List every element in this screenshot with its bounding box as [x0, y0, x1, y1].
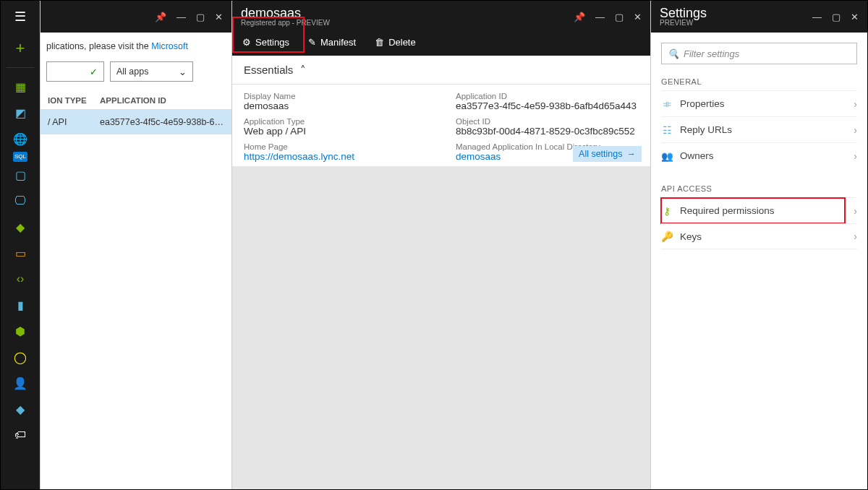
all-settings-button[interactable]: All settings →: [573, 146, 642, 162]
rail-item-code[interactable]: ‹›: [1, 266, 40, 292]
minimize-icon[interactable]: —: [595, 12, 605, 22]
sliders-icon: ⟚: [661, 98, 673, 110]
panel3-header: Settings PREVIEW — ▢ ✕: [651, 1, 867, 33]
rail-item-card[interactable]: ▭: [1, 240, 40, 266]
maximize-icon[interactable]: ▢: [615, 12, 624, 22]
trash-icon: 🗑: [375, 37, 384, 48]
panel2-toolbar: ⚙ Settings ✎ Manifest 🗑 Delete: [232, 33, 650, 56]
rail-item-circle[interactable]: ◯: [1, 344, 40, 370]
rail-item-user[interactable]: 👤: [1, 370, 40, 396]
rail-item-globe[interactable]: 🌐: [1, 126, 40, 152]
home-page-label: Home Page: [244, 142, 427, 151]
rail-item-diamond[interactable]: ◆: [1, 214, 40, 240]
rail-item-diamond2[interactable]: ◆: [1, 396, 40, 422]
app-list-panel: 📌 — ▢ ✕ plications, please visit the Mic…: [40, 1, 231, 489]
home-page-link[interactable]: https://demosaas.lync.net: [244, 151, 354, 162]
chevron-right-icon: ›: [854, 231, 857, 242]
row-owners[interactable]: 👥 Owners ›: [661, 142, 857, 168]
app-id-label: Application ID: [456, 92, 639, 100]
display-name-label: Display Name: [244, 92, 427, 100]
hamburger-icon[interactable]: ☰: [1, 1, 40, 33]
search-icon: 🔍: [668, 48, 679, 59]
rail-item-storage[interactable]: ▢: [1, 162, 40, 188]
chevron-right-icon: ›: [854, 205, 857, 217]
app-detail-panel: demosaas Registered app - PREVIEW 📌 — ▢ …: [231, 1, 650, 489]
new-resource-button[interactable]: +: [1, 33, 40, 64]
maximize-icon[interactable]: ▢: [832, 12, 841, 22]
row-required-permissions[interactable]: ⚷ Required permissions ›: [661, 197, 857, 223]
app-id-value: ea3577e3-4f5c-4e59-938b-6afb4d65a443: [456, 100, 639, 111]
filter-check[interactable]: ✓: [46, 61, 104, 82]
app-type-value: Web app / API: [244, 126, 427, 137]
chevron-down-icon: ⌄: [179, 66, 187, 77]
chevron-up-icon: ˄: [300, 64, 306, 77]
row-reply-urls[interactable]: ☷ Reply URLs ›: [661, 116, 857, 142]
rail-divider: [7, 67, 34, 68]
settings-panel: Settings PREVIEW — ▢ ✕ 🔍 Filter settings…: [650, 1, 867, 489]
display-name-value: demosaas: [244, 100, 427, 111]
panel3-subtitle: PREVIEW: [660, 19, 707, 27]
minimize-icon[interactable]: —: [176, 12, 186, 22]
table-row[interactable]: / API ea3577e3-4f5c-4e59-938b-6afb...: [41, 110, 231, 134]
rail-item-sql[interactable]: SQL: [13, 152, 27, 162]
chevron-right-icon: ›: [854, 124, 857, 136]
panel2-header: demosaas Registered app - PREVIEW 📌 — ▢ …: [232, 1, 650, 33]
rail-item-dashboard[interactable]: ▦: [1, 74, 40, 100]
panel1-header: 📌 — ▢ ✕: [41, 1, 231, 33]
group-api: API ACCESS: [661, 184, 857, 193]
group-general: GENERAL: [661, 77, 857, 86]
panel2-subtitle: Registered app - PREVIEW: [241, 19, 330, 27]
app-type-label: Application Type: [244, 117, 427, 126]
rail-item-monitor[interactable]: 🖵: [1, 188, 40, 214]
rail-item-shield[interactable]: ⬢: [1, 318, 40, 344]
pin-icon[interactable]: 📌: [155, 12, 166, 22]
table-header: ION TYPE APPLICATION ID: [41, 92, 231, 110]
microsoft-link[interactable]: Microsoft: [151, 41, 188, 51]
close-icon[interactable]: ✕: [215, 12, 223, 22]
managed-link[interactable]: demosaas: [456, 151, 501, 162]
arrow-right-icon: →: [627, 149, 637, 159]
rail-item-tag[interactable]: 🏷: [1, 422, 40, 448]
gear-icon: ⚙: [242, 37, 251, 48]
intro-text: plications, please visit the Microsoft: [41, 41, 231, 61]
panel2-canvas: [232, 167, 650, 489]
left-nav-rail: ☰ + ▦ ◩ 🌐 SQL ▢ 🖵 ◆ ▭ ‹› ▮ ⬢ ◯ 👤 ◆ 🏷: [1, 1, 40, 489]
filter-settings-input[interactable]: 🔍 Filter settings: [661, 43, 857, 64]
rail-item-book[interactable]: ▮: [1, 292, 40, 318]
minimize-icon[interactable]: —: [812, 12, 822, 22]
essentials-body: Display Name demosaas Application Type W…: [232, 85, 650, 167]
chevron-right-icon: ›: [854, 150, 857, 162]
permissions-icon: ⚷: [661, 205, 673, 217]
people-icon: 👥: [661, 150, 673, 162]
maximize-icon[interactable]: ▢: [196, 12, 205, 22]
row-properties[interactable]: ⟚ Properties ›: [661, 90, 857, 116]
list-icon: ☷: [661, 124, 673, 136]
obj-id-value: 8b8c93bf-00d4-4871-8529-0c3fbc89c552: [456, 126, 639, 137]
manifest-button[interactable]: ✎ Manifest: [308, 37, 356, 48]
pin-icon[interactable]: 📌: [574, 12, 585, 22]
delete-button[interactable]: 🗑 Delete: [375, 37, 416, 48]
key-icon: 🔑: [661, 231, 673, 242]
filter-allapps[interactable]: All apps ⌄: [110, 61, 193, 82]
rail-item-cube[interactable]: ◩: [1, 100, 40, 126]
pencil-icon: ✎: [308, 37, 316, 48]
close-icon[interactable]: ✕: [634, 12, 642, 22]
obj-id-label: Object ID: [456, 117, 639, 126]
settings-button[interactable]: ⚙ Settings: [242, 37, 289, 48]
close-icon[interactable]: ✕: [851, 12, 859, 22]
row-keys[interactable]: 🔑 Keys ›: [661, 223, 857, 249]
essentials-toggle[interactable]: Essentials ˄: [232, 56, 650, 85]
chevron-right-icon: ›: [854, 98, 857, 110]
